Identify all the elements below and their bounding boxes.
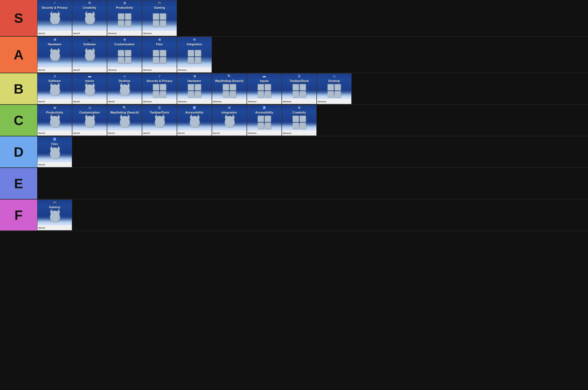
card-b-6[interactable]: ▬Inputs Windows [247, 73, 282, 104]
card-os-text-0: MacOS [38, 69, 45, 71]
card-a-1[interactable]: 📱Software MacOS [72, 37, 107, 73]
svg-rect-100 [293, 116, 299, 121]
card-footer-7: Windows [282, 99, 316, 104]
card-footer-4: MacOS [177, 130, 212, 136]
card-logo-4 [187, 46, 202, 67]
card-icon-0: 🎮 [53, 201, 57, 204]
card-footer-1: MacOS [72, 31, 107, 36]
card-b-7[interactable]: ☰Taskbar/Dock Windows [282, 73, 317, 104]
card-logo-5 [222, 83, 237, 98]
card-a-2[interactable]: ⊞Customization Windows [107, 37, 142, 73]
card-title-5: Wayfinding (Search) [214, 79, 244, 83]
card-b-0[interactable]: ⊙Software MacOS [37, 73, 72, 104]
tier-letter-d: D [14, 144, 24, 160]
card-c-0[interactable]: ⊞Productivity MacOS [37, 105, 72, 136]
card-logo-1 [82, 10, 97, 30]
card-icon-3: ⊞ [158, 38, 161, 41]
card-os-text-3: Windows [143, 101, 152, 103]
card-title-3: Gaming [153, 5, 166, 10]
svg-rect-14 [153, 21, 159, 26]
card-c-3[interactable]: ☰Taskbar/Dock MacOS [142, 105, 177, 136]
card-os-text-6: Windows [248, 101, 257, 103]
card-b-5[interactable]: 🔍Wayfinding (Search) Windows [212, 73, 247, 104]
card-title-2: Desktop [118, 79, 131, 83]
card-logo-1 [82, 114, 97, 132]
card-logo-2 [117, 114, 132, 132]
card-a-4[interactable]: ⚙Integration Windows [177, 37, 212, 73]
card-icon-0: 🖥 [53, 38, 56, 41]
card-logo-6 [257, 83, 272, 98]
card-title-4: Integration [186, 42, 203, 46]
card-footer-0: MacOS [37, 67, 72, 72]
card-icon-5: ⚙ [228, 106, 231, 110]
tier-row-c: C⊞Productivity MacOS⊙Customization MacOS… [0, 105, 588, 136]
card-footer-5: Windows [212, 99, 247, 104]
card-s-0[interactable]: ✓Security & Privacy MacOS [37, 0, 72, 36]
tier-content-c: ⊞Productivity MacOS⊙Customization MacOS🔍… [37, 105, 588, 136]
card-logo-2 [117, 10, 132, 30]
card-b-8[interactable]: ▭Desktop Windows [317, 73, 352, 104]
card-s-3[interactable]: 🎮Gaming Windows [142, 0, 177, 36]
svg-rect-52 [188, 84, 194, 90]
svg-rect-46 [153, 91, 159, 97]
card-logo-4 [187, 114, 202, 132]
card-icon-7: ☰ [298, 74, 301, 78]
tier-label-a: A [0, 37, 37, 73]
svg-rect-5 [125, 14, 131, 19]
card-c-1[interactable]: ⊙Customization MacOS [72, 105, 107, 136]
card-logo-0 [47, 83, 62, 100]
svg-rect-94 [258, 123, 264, 128]
card-title-0: Files [50, 142, 59, 146]
card-title-0: Hardware [47, 42, 62, 46]
card-c-6[interactable]: ♿Accessibility Windows [247, 105, 282, 136]
card-os-text-3: Windows [143, 69, 152, 71]
card-os-text-4: Windows [178, 69, 187, 71]
card-title-0: Gaming [48, 205, 61, 209]
svg-rect-4 [118, 14, 124, 19]
card-title-3: Files [155, 42, 164, 46]
svg-rect-69 [265, 84, 271, 90]
card-footer-6: Windows [247, 99, 281, 104]
card-footer-4: Windows [177, 99, 212, 104]
card-b-1[interactable]: ▬Inputs MacOS [72, 73, 107, 104]
tier-label-d: D [0, 136, 37, 167]
card-footer-3: Windows [142, 67, 177, 72]
card-title-0: Productivity [45, 110, 64, 114]
tier-row-d: D♿Files MacOS [0, 136, 588, 168]
card-b-4[interactable]: 🖥Hardware Windows [177, 73, 212, 104]
card-title-1: Creativity [82, 5, 97, 10]
card-c-7[interactable]: ⚙Creativity Windows [282, 105, 317, 136]
card-c-4[interactable]: ♿Accessibility MacOS [177, 105, 212, 136]
app-container: S✓Security & Privacy MacOS⚙Creativity Ma… [0, 0, 588, 231]
svg-rect-30 [153, 57, 159, 63]
card-s-1[interactable]: ⚙Creativity MacOS [72, 0, 107, 36]
card-icon-3: 🎮 [157, 1, 161, 5]
card-os-text-3: Windows [143, 32, 152, 34]
card-footer-2: Windows [107, 31, 142, 36]
card-a-3[interactable]: ⊞Files Windows [142, 37, 177, 73]
svg-rect-54 [188, 91, 194, 97]
card-footer-3: Windows [142, 99, 177, 104]
card-s-2[interactable]: ⊞Productivity Windows [107, 0, 142, 36]
card-os-text-0: MacOS [38, 101, 45, 103]
svg-rect-38 [188, 57, 194, 63]
svg-rect-53 [195, 84, 201, 90]
card-c-2[interactable]: 🔍Wayfinding (Search) MacOS [107, 105, 142, 136]
card-f-0[interactable]: 🎮Gaming MacOS [37, 200, 72, 231]
svg-rect-93 [265, 116, 271, 121]
card-d-0[interactable]: ♿Files MacOS [37, 136, 72, 167]
tier-label-s: S [0, 0, 37, 36]
card-os-text-0: MacOS [38, 227, 45, 229]
tier-letter-b: B [14, 81, 24, 97]
card-os-text-2: MacOS [108, 132, 115, 134]
card-b-3[interactable]: ✓Security & Privacy Windows [142, 73, 177, 104]
card-title-6: Accessibility [254, 110, 274, 114]
card-c-5[interactable]: ⚙Integration MacOS [212, 105, 247, 136]
card-footer-0: MacOS [37, 225, 72, 230]
svg-rect-101 [300, 116, 306, 121]
card-icon-2: 🔍 [123, 106, 127, 110]
card-footer-2: MacOS [107, 99, 142, 104]
card-b-2[interactable]: ▭Desktop MacOS [107, 73, 142, 104]
card-title-2: Productivity [115, 5, 134, 10]
card-a-0[interactable]: 🖥Hardware MacOS [37, 37, 72, 73]
